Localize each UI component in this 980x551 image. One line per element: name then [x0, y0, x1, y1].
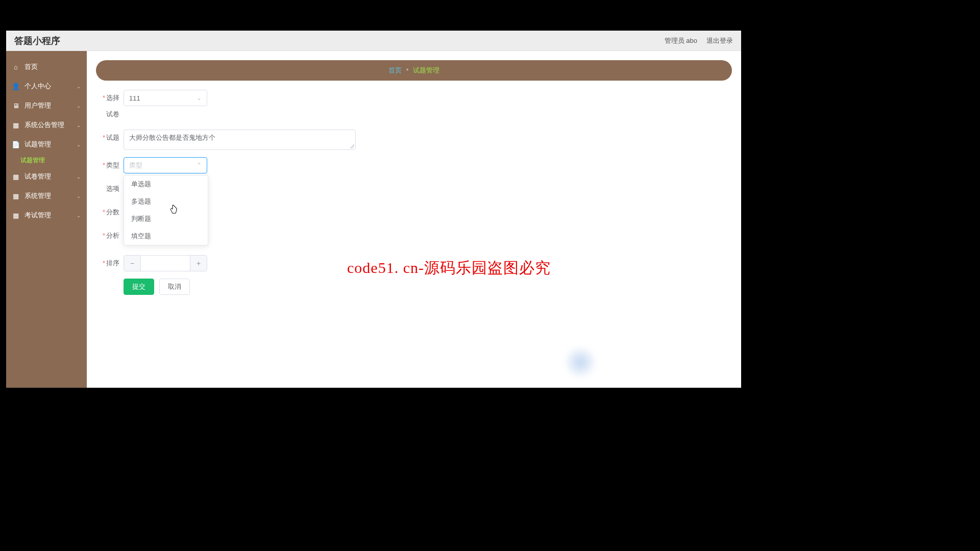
label-paper: 选择试卷 — [96, 90, 124, 122]
sidebar-item-system[interactable]: ▦ 系统管理 ⌄ — [6, 186, 87, 206]
label-type: 类型 — [96, 157, 124, 173]
sidebar-item-label: 首页 — [24, 62, 38, 71]
sidebar-item-profile[interactable]: 👤 个人中心 ⌄ — [6, 77, 87, 96]
breadcrumb-current: 试题管理 — [413, 66, 439, 75]
chevron-down-icon: ⌄ — [77, 103, 81, 109]
grid-icon: ▦ — [12, 212, 19, 219]
decrease-button[interactable]: − — [124, 256, 140, 271]
grid-icon: ▦ — [12, 192, 19, 199]
label-analysis: 分析 — [96, 228, 124, 244]
chevron-up-icon: ⌃ — [197, 162, 202, 169]
number-sort[interactable]: − + — [124, 255, 207, 271]
select-type-placeholder: 类型 — [129, 161, 142, 170]
sidebar: ⌂ 首页 👤 个人中心 ⌄ 🖥 用户管理 ⌄ ▦ 系统公告管理 ⌄ 📄 试题管理 — [6, 51, 87, 388]
cancel-button[interactable]: 取消 — [159, 279, 190, 295]
sidebar-item-label: 试卷管理 — [24, 172, 51, 181]
select-paper[interactable]: 111 ⌄ — [124, 90, 207, 106]
type-option-judge[interactable]: 判断题 — [124, 210, 208, 228]
breadcrumb: 首页 * 试题管理 — [96, 60, 732, 81]
chevron-down-icon: ⌄ — [77, 193, 81, 199]
sidebar-item-exam[interactable]: ▦ 考试管理 ⌄ — [6, 206, 87, 225]
label-sort: 排序 — [96, 255, 124, 271]
chevron-down-icon: ⌄ — [197, 94, 202, 102]
sidebar-item-announcements[interactable]: ▦ 系统公告管理 ⌄ — [6, 115, 87, 135]
type-option-single[interactable]: 单选题 — [124, 176, 208, 193]
type-option-multi[interactable]: 多选题 — [124, 193, 208, 210]
grid-icon: ▦ — [12, 121, 19, 129]
increase-button[interactable]: + — [190, 256, 207, 271]
admin-label[interactable]: 管理员 abo — [665, 36, 697, 45]
sidebar-item-papers[interactable]: ▦ 试卷管理 ⌄ — [6, 167, 87, 186]
sidebar-sub-questions[interactable]: 试题管理 — [6, 154, 87, 167]
header-bar: 答题小程序 管理员 abo 退出登录 — [6, 31, 741, 51]
sidebar-item-label: 考试管理 — [24, 211, 51, 220]
chevron-down-icon: ⌄ — [77, 174, 81, 180]
sidebar-item-questions[interactable]: 📄 试题管理 ⌄ — [6, 135, 87, 154]
main-content: 首页 * 试题管理 选择试卷 111 ⌄ 试题 大师分散公告都是否鬼地方个 — [87, 51, 741, 388]
submit-button[interactable]: 提交 — [124, 279, 154, 295]
grid-icon: ▦ — [12, 173, 19, 180]
chevron-down-icon: ⌄ — [77, 213, 81, 218]
doc-icon: 📄 — [12, 141, 19, 148]
breadcrumb-sep: * — [406, 67, 408, 74]
number-sort-value[interactable] — [140, 256, 190, 271]
select-type[interactable]: 类型 ⌃ 单选题 多选题 判断题 填空题 — [124, 157, 207, 173]
breadcrumb-home[interactable]: 首页 — [388, 66, 402, 75]
sidebar-item-label: 用户管理 — [24, 101, 51, 110]
logo-watermark — [562, 347, 598, 378]
sidebar-item-home[interactable]: ⌂ 首页 — [6, 57, 87, 77]
chevron-down-icon: ⌄ — [77, 142, 81, 147]
chevron-down-icon: ⌄ — [77, 84, 81, 89]
sidebar-item-users[interactable]: 🖥 用户管理 ⌄ — [6, 96, 87, 115]
select-paper-value: 111 — [129, 94, 140, 102]
label-options: 选项 — [96, 181, 124, 197]
type-dropdown: 单选题 多选题 判断题 填空题 — [124, 175, 208, 245]
sidebar-item-label: 系统公告管理 — [24, 120, 64, 130]
label-question: 试题 — [96, 130, 124, 146]
monitor-icon: 🖥 — [12, 102, 19, 109]
type-option-fill[interactable]: 填空题 — [124, 228, 208, 245]
watermark-banner: code51. cn-源码乐园盗图必究 — [347, 258, 551, 279]
logout-link[interactable]: 退出登录 — [706, 36, 733, 45]
label-score: 分数 — [96, 204, 124, 220]
chevron-down-icon: ⌄ — [77, 122, 81, 128]
sidebar-item-label: 个人中心 — [24, 82, 51, 91]
home-icon: ⌂ — [12, 63, 19, 70]
sidebar-item-label: 试题管理 — [24, 140, 51, 149]
textarea-question[interactable]: 大师分散公告都是否鬼地方个 — [124, 130, 356, 150]
sidebar-item-label: 系统管理 — [24, 191, 51, 201]
user-icon: 👤 — [12, 83, 19, 90]
app-title: 答题小程序 — [14, 35, 60, 47]
